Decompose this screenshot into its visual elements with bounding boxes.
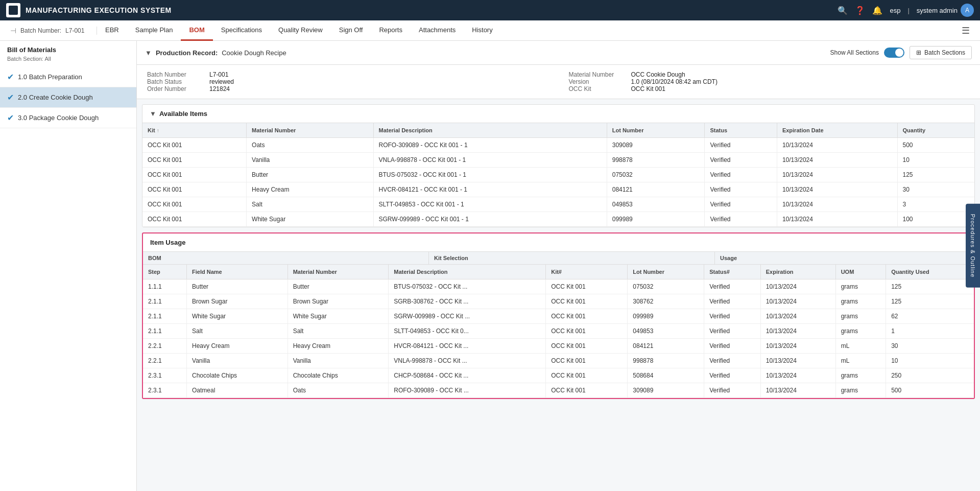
show-all-sections-toggle[interactable] <box>884 48 904 58</box>
sort-icon: ↑ <box>157 128 159 133</box>
cell-expiration: 10/13/2024 <box>760 324 835 339</box>
cell-step: 1.1.1 <box>143 279 187 294</box>
occ-kit-label: OCC Kit <box>569 85 625 92</box>
cell-lot: 998878 <box>628 354 704 368</box>
language-selector[interactable]: esp <box>890 7 900 14</box>
cell-kit: OCC Kit 001 <box>546 339 628 354</box>
user-avatar: A <box>961 4 974 17</box>
table-row: OCC Kit 001 Heavy Cream HVCR-084121 - OC… <box>142 182 974 197</box>
tab-sign-off[interactable]: Sign Off <box>331 20 371 41</box>
cell-quantity: 62 <box>886 309 974 324</box>
sidebar-item-label: 2.0 Create Cookie Dough <box>18 93 93 101</box>
sidebar-item-package-cookie-dough[interactable]: ✔ 3.0 Package Cookie Dough <box>0 108 136 128</box>
procedures-outline-tab[interactable]: Procedures & Outline <box>966 203 980 288</box>
cell-description: SLTT-049853 - OCC Kit 0... <box>389 324 546 339</box>
col-kit: Kit ↑ <box>142 123 247 138</box>
sidebar-item-create-cookie-dough[interactable]: ✔ 2.0 Create Cookie Dough <box>0 87 136 108</box>
available-items-section: ▼ Available Items Kit ↑ Material Number … <box>142 104 975 227</box>
item-usage-table: Step Field Name Material Number Material… <box>143 265 974 398</box>
cell-description: HVCR-084121 - OCC Kit ... <box>389 339 546 354</box>
table-row: 2.1.1 Brown Sugar Brown Sugar SGRB-30876… <box>143 294 974 309</box>
cell-lot: 049853 <box>607 197 705 212</box>
cell-kit: OCC Kit 001 <box>546 324 628 339</box>
cell-kit: OCC Kit 001 <box>546 279 628 294</box>
cell-kit: OCC Kit 001 <box>142 212 247 227</box>
cell-lot: 075032 <box>607 168 705 182</box>
search-icon[interactable]: 🔍 <box>838 6 848 15</box>
cell-uom: grams <box>835 309 886 324</box>
cell-description: BTUS-075032 - OCC Kit ... <box>389 279 546 294</box>
cell-kit: OCC Kit 001 <box>546 368 628 383</box>
cell-status: Verified <box>704 324 761 339</box>
kit-selection-group-header: Kit Selection <box>429 252 715 264</box>
cell-status: Verified <box>704 279 761 294</box>
cell-field-name: Oatmeal <box>187 383 288 398</box>
table-row: OCC Kit 001 Butter BTUS-075032 - OCC Kit… <box>142 168 974 182</box>
cell-field-name: Chocolate Chips <box>187 368 288 383</box>
check-icon: ✔ <box>7 92 14 102</box>
batch-detail-row: Order Number 121824 <box>147 85 548 92</box>
notification-icon[interactable]: 🔔 <box>872 6 882 15</box>
cell-expiration: 10/13/2024 <box>777 153 897 168</box>
cell-expiration: 10/13/2024 <box>760 368 835 383</box>
batch-status-label: Batch Status <box>147 78 203 85</box>
cell-field-name: White Sugar <box>187 309 288 324</box>
col-uom: UOM <box>835 265 886 279</box>
cell-description: CHCP-508684 - OCC Kit ... <box>389 368 546 383</box>
cell-status: Verified <box>704 294 761 309</box>
cell-lot: 308762 <box>628 294 704 309</box>
collapse-available-items-btn[interactable]: ▼ <box>150 110 156 118</box>
tab-ebr[interactable]: EBR <box>97 20 127 41</box>
batch-detail-row: OCC Kit OCC Kit 001 <box>569 85 970 92</box>
tab-history[interactable]: History <box>464 20 500 41</box>
tab-attachments[interactable]: Attachments <box>411 20 464 41</box>
cell-kit: OCC Kit 001 <box>142 168 247 182</box>
tab-quality-review[interactable]: Quality Review <box>270 20 331 41</box>
cell-step: 2.2.1 <box>143 339 187 354</box>
check-icon: ✔ <box>7 72 14 82</box>
cell-step: 2.3.1 <box>143 383 187 398</box>
cell-material-number: Vanilla <box>247 153 373 168</box>
collapse-production-record-btn[interactable]: ▼ <box>145 49 152 57</box>
batch-info: ⊣ Batch Number: L7-001 <box>5 27 97 35</box>
cell-status: Verified <box>704 368 761 383</box>
tab-sample-plan[interactable]: Sample Plan <box>127 20 181 41</box>
cell-status: Verified <box>704 339 761 354</box>
batch-sections-icon: ⊞ <box>916 49 921 56</box>
cell-status: Verified <box>705 168 777 182</box>
cell-expiration: 10/13/2024 <box>777 138 897 153</box>
col-status-num: Status# <box>704 265 761 279</box>
col-quantity: Quantity <box>897 123 974 138</box>
help-icon[interactable]: ❓ <box>855 6 865 15</box>
cell-quantity: 125 <box>886 294 974 309</box>
tab-reports[interactable]: Reports <box>371 20 411 41</box>
item-usage-section: Item Usage BOM Kit Selection Usage Step … <box>142 232 975 399</box>
divider: | <box>907 7 909 14</box>
cell-material-number: Heavy Cream <box>247 182 373 197</box>
cell-kit: OCC Kit 001 <box>142 153 247 168</box>
cell-quantity: 10 <box>897 153 974 168</box>
usage-group-header: Usage <box>715 252 974 264</box>
cell-material-number: Salt <box>288 324 389 339</box>
cell-step: 2.1.1 <box>143 324 187 339</box>
material-number-value: OCC Cookie Dough <box>631 71 685 78</box>
cell-lot: 099989 <box>607 212 705 227</box>
batch-detail-row: Material Number OCC Cookie Dough <box>569 71 970 78</box>
cell-uom: grams <box>835 368 886 383</box>
cell-step: 2.2.1 <box>143 354 187 368</box>
cell-expiration: 10/13/2024 <box>760 339 835 354</box>
tab-specifications[interactable]: Specifications <box>213 20 270 41</box>
cell-material-number: Brown Sugar <box>288 294 389 309</box>
cell-description: SGRB-308762 - OCC Kit ... <box>389 294 546 309</box>
cell-quantity: 3 <box>897 197 974 212</box>
collapse-sidebar-btn[interactable]: ⊣ <box>10 27 16 35</box>
cell-status: Verified <box>705 197 777 212</box>
sidebar-item-batch-prep[interactable]: ✔ 1.0 Batch Preparation <box>0 67 136 87</box>
hamburger-menu[interactable]: ☰ <box>957 25 975 36</box>
col-kit-num: Kit# <box>546 265 628 279</box>
tab-bom[interactable]: BOM <box>181 20 212 41</box>
cell-field-name: Butter <box>187 279 288 294</box>
batch-sections-button[interactable]: ⊞ Batch Sections <box>910 46 972 59</box>
col-lot-number: Lot Number <box>628 265 704 279</box>
batch-number-value: L7-001 <box>209 71 228 78</box>
